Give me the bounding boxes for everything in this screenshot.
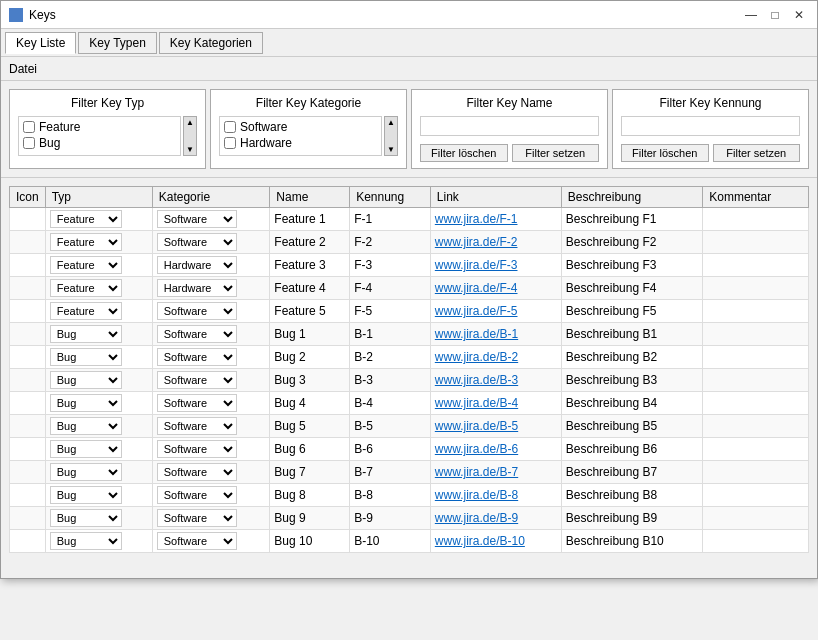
cell-typ[interactable]: FeatureBug: [45, 277, 152, 300]
kategorie-select[interactable]: SoftwareHardware: [157, 348, 237, 366]
cell-link[interactable]: www.jira.de/B-3: [430, 369, 561, 392]
link-text[interactable]: www.jira.de/B-1: [435, 327, 518, 341]
filter-kategorie-hardware-checkbox[interactable]: [224, 137, 236, 149]
cell-typ[interactable]: FeatureBug: [45, 461, 152, 484]
kategorie-select[interactable]: SoftwareHardware: [157, 440, 237, 458]
cell-link[interactable]: www.jira.de/B-8: [430, 484, 561, 507]
typ-select[interactable]: FeatureBug: [50, 417, 122, 435]
filter-name-input[interactable]: [420, 116, 599, 136]
link-text[interactable]: www.jira.de/F-5: [435, 304, 518, 318]
cell-typ[interactable]: FeatureBug: [45, 415, 152, 438]
typ-select[interactable]: FeatureBug: [50, 279, 122, 297]
kategorie-select[interactable]: SoftwareHardware: [157, 486, 237, 504]
cell-kategorie[interactable]: SoftwareHardware: [152, 231, 270, 254]
typ-select[interactable]: FeatureBug: [50, 440, 122, 458]
link-text[interactable]: www.jira.de/B-10: [435, 534, 525, 548]
cell-typ[interactable]: FeatureBug: [45, 438, 152, 461]
cell-typ[interactable]: FeatureBug: [45, 254, 152, 277]
cell-typ[interactable]: FeatureBug: [45, 392, 152, 415]
link-text[interactable]: www.jira.de/F-3: [435, 258, 518, 272]
cell-typ[interactable]: FeatureBug: [45, 369, 152, 392]
cell-link[interactable]: www.jira.de/B-10: [430, 530, 561, 553]
typ-select[interactable]: FeatureBug: [50, 371, 122, 389]
kategorie-select[interactable]: SoftwareHardware: [157, 532, 237, 550]
typ-select[interactable]: FeatureBug: [50, 532, 122, 550]
cell-typ[interactable]: FeatureBug: [45, 530, 152, 553]
cell-link[interactable]: www.jira.de/B-9: [430, 507, 561, 530]
kategorie-select[interactable]: SoftwareHardware: [157, 463, 237, 481]
tab-key-liste[interactable]: Key Liste: [5, 32, 76, 54]
cell-kategorie[interactable]: SoftwareHardware: [152, 530, 270, 553]
typ-select[interactable]: FeatureBug: [50, 325, 122, 343]
filter-kennung-input[interactable]: [621, 116, 800, 136]
cell-link[interactable]: www.jira.de/F-2: [430, 231, 561, 254]
kategorie-select[interactable]: SoftwareHardware: [157, 394, 237, 412]
kategorie-select[interactable]: SoftwareHardware: [157, 325, 237, 343]
typ-select[interactable]: FeatureBug: [50, 233, 122, 251]
kategorie-select[interactable]: SoftwareHardware: [157, 279, 237, 297]
link-text[interactable]: www.jira.de/B-7: [435, 465, 518, 479]
cell-typ[interactable]: FeatureBug: [45, 323, 152, 346]
datei-menu[interactable]: Datei: [9, 62, 37, 76]
cell-kategorie[interactable]: SoftwareHardware: [152, 208, 270, 231]
cell-link[interactable]: www.jira.de/F-1: [430, 208, 561, 231]
filter-typ-scrollbar[interactable]: ▲ ▼: [183, 116, 197, 156]
minimize-button[interactable]: —: [741, 5, 761, 25]
filter-name-clear-button[interactable]: Filter löschen: [420, 144, 508, 162]
kategorie-select[interactable]: SoftwareHardware: [157, 210, 237, 228]
filter-kategorie-software-checkbox[interactable]: [224, 121, 236, 133]
cell-kategorie[interactable]: SoftwareHardware: [152, 438, 270, 461]
tab-key-kategorien[interactable]: Key Kategorien: [159, 32, 263, 54]
link-text[interactable]: www.jira.de/B-6: [435, 442, 518, 456]
cell-typ[interactable]: FeatureBug: [45, 300, 152, 323]
cell-link[interactable]: www.jira.de/B-5: [430, 415, 561, 438]
cell-link[interactable]: www.jira.de/B-4: [430, 392, 561, 415]
link-text[interactable]: www.jira.de/B-3: [435, 373, 518, 387]
maximize-button[interactable]: □: [765, 5, 785, 25]
cell-link[interactable]: www.jira.de/F-5: [430, 300, 561, 323]
close-button[interactable]: ✕: [789, 5, 809, 25]
kategorie-select[interactable]: SoftwareHardware: [157, 302, 237, 320]
cell-kategorie[interactable]: SoftwareHardware: [152, 323, 270, 346]
kategorie-select[interactable]: SoftwareHardware: [157, 509, 237, 527]
link-text[interactable]: www.jira.de/B-5: [435, 419, 518, 433]
filter-name-set-button[interactable]: Filter setzen: [512, 144, 600, 162]
cell-kategorie[interactable]: SoftwareHardware: [152, 254, 270, 277]
filter-typ-bug-checkbox[interactable]: [23, 137, 35, 149]
cell-link[interactable]: www.jira.de/F-4: [430, 277, 561, 300]
typ-select[interactable]: FeatureBug: [50, 509, 122, 527]
cell-typ[interactable]: FeatureBug: [45, 484, 152, 507]
filter-kategorie-scrollbar[interactable]: ▲ ▼: [384, 116, 398, 156]
typ-select[interactable]: FeatureBug: [50, 463, 122, 481]
cell-kategorie[interactable]: SoftwareHardware: [152, 415, 270, 438]
link-text[interactable]: www.jira.de/B-8: [435, 488, 518, 502]
cell-kategorie[interactable]: SoftwareHardware: [152, 346, 270, 369]
cell-kategorie[interactable]: SoftwareHardware: [152, 484, 270, 507]
typ-select[interactable]: FeatureBug: [50, 348, 122, 366]
cell-kategorie[interactable]: SoftwareHardware: [152, 507, 270, 530]
cell-kategorie[interactable]: SoftwareHardware: [152, 300, 270, 323]
tab-key-typen[interactable]: Key Typen: [78, 32, 156, 54]
cell-kategorie[interactable]: SoftwareHardware: [152, 277, 270, 300]
link-text[interactable]: www.jira.de/B-9: [435, 511, 518, 525]
link-text[interactable]: www.jira.de/F-1: [435, 212, 518, 226]
kategorie-select[interactable]: SoftwareHardware: [157, 417, 237, 435]
filter-kennung-set-button[interactable]: Filter setzen: [713, 144, 801, 162]
link-text[interactable]: www.jira.de/B-2: [435, 350, 518, 364]
kategorie-select[interactable]: SoftwareHardware: [157, 371, 237, 389]
link-text[interactable]: www.jira.de/F-4: [435, 281, 518, 295]
cell-link[interactable]: www.jira.de/B-6: [430, 438, 561, 461]
cell-kategorie[interactable]: SoftwareHardware: [152, 461, 270, 484]
cell-link[interactable]: www.jira.de/F-3: [430, 254, 561, 277]
link-text[interactable]: www.jira.de/B-4: [435, 396, 518, 410]
link-text[interactable]: www.jira.de/F-2: [435, 235, 518, 249]
typ-select[interactable]: FeatureBug: [50, 302, 122, 320]
kategorie-select[interactable]: SoftwareHardware: [157, 233, 237, 251]
cell-link[interactable]: www.jira.de/B-2: [430, 346, 561, 369]
filter-kennung-clear-button[interactable]: Filter löschen: [621, 144, 709, 162]
cell-typ[interactable]: FeatureBug: [45, 346, 152, 369]
cell-kategorie[interactable]: SoftwareHardware: [152, 369, 270, 392]
cell-typ[interactable]: FeatureBug: [45, 507, 152, 530]
cell-kategorie[interactable]: SoftwareHardware: [152, 392, 270, 415]
cell-typ[interactable]: FeatureBug: [45, 208, 152, 231]
